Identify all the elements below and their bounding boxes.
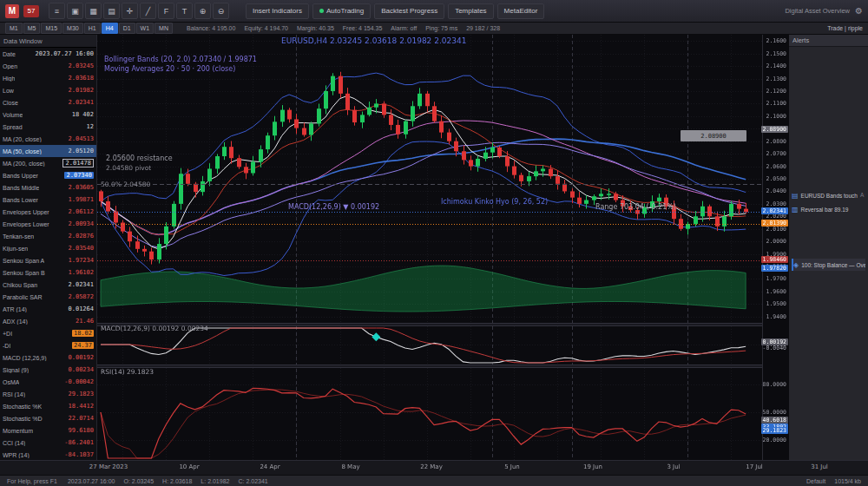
data-window-row[interactable]: MA (200, close)2.01478 (0, 157, 96, 169)
row-label: Envelopes Upper (3, 209, 49, 215)
chart-window-icon[interactable]: ▦ (85, 3, 102, 19)
row-label: Bands Lower (3, 197, 38, 203)
data-window-row[interactable]: Open2.03245 (0, 60, 96, 72)
timeframe-h1[interactable]: H1 (84, 23, 101, 34)
profile-button[interactable]: Default (806, 478, 825, 484)
data-window-row[interactable]: Tenkan-sen2.02876 (0, 230, 96, 242)
menu-icon[interactable]: ≡ (49, 3, 65, 19)
data-window-row[interactable]: Date2023.07.27 16:00 (0, 48, 96, 60)
time-axis: 27 Mar 202310 Apr24 Apr8 May22 May5 Jun1… (0, 460, 868, 475)
templates-button[interactable]: Templates (448, 3, 493, 19)
toolbar-main: M 57 ≡▣▦▤✛╱FT⊕⊖ Insert IndicatorsAutoTra… (0, 0, 868, 23)
chart-canvas[interactable] (97, 35, 762, 460)
row-label: Spread (3, 124, 23, 130)
notification-badge[interactable]: 57 (23, 5, 39, 17)
price-tag: 2.02341 (761, 207, 788, 214)
terminal-panel: Alerts ▤EURUSD Bands touchA ▾▥Reversal b… (788, 35, 868, 460)
data-window-row[interactable]: Low2.01982 (0, 84, 96, 96)
data-window-row[interactable]: CCI (14)-86.2401 (0, 437, 96, 449)
data-window-row[interactable]: Parabolic SAR2.05872 (0, 291, 96, 303)
timeframe-w1[interactable]: W1 (136, 23, 155, 34)
data-window-row[interactable]: High2.03618 (0, 72, 96, 84)
row-label: RSI (14) (3, 391, 25, 397)
text-label-icon[interactable]: T (176, 3, 193, 19)
price-axis-label: 2.0600 (766, 163, 786, 170)
data-window-row[interactable]: Bands Lower1.99871 (0, 194, 96, 206)
zoom-in-icon[interactable]: ⊕ (194, 3, 211, 19)
row-label: OsMA (3, 379, 19, 385)
timeframe-m30[interactable]: M30 (62, 23, 83, 34)
data-window-row[interactable]: ADX (14)21.46 (0, 315, 96, 327)
row-value: 0.00192 (68, 354, 94, 361)
settings-gear-icon[interactable]: ⚙ (855, 6, 863, 16)
trendline-icon[interactable]: ╱ (140, 3, 156, 19)
data-window-row[interactable]: Envelopes Upper2.06112 (0, 206, 96, 218)
overview-icon: ◈ (793, 261, 799, 269)
data-window-row[interactable]: RSI (14)29.1823 (0, 388, 96, 400)
alert-text: Reversal bar 89.19 (801, 207, 849, 213)
data-window-row[interactable]: OsMA-0.00042 (0, 376, 96, 388)
toolbar-text-group: Insert IndicatorsAutoTradingBacktest Pro… (246, 3, 544, 19)
alert-item[interactable]: ▥Reversal bar 89.19 (792, 203, 865, 215)
toolbar-status: M1M5M15M30H1H4D1W1MN Balance: 4 195.00Eq… (0, 23, 868, 35)
data-window-row[interactable]: Stochastic %K18.4412 (0, 400, 96, 412)
data-window-row[interactable]: Kijun-sen2.03540 (0, 242, 96, 254)
profiles-icon[interactable]: ▤ (103, 3, 120, 19)
data-window-row[interactable]: Momentum99.6180 (0, 424, 96, 437)
metaeditor-button[interactable]: MetaEditor (497, 3, 545, 19)
rsi-axis-label: 20.0000 (763, 437, 786, 443)
backtest-progress-button[interactable]: Backtest Progress (374, 3, 444, 19)
data-window-row[interactable]: MA (20, close)2.04513 (0, 133, 96, 145)
data-window-row[interactable]: Bands Middle2.03605 (0, 181, 96, 194)
row-value: 2.03605 (68, 184, 94, 191)
data-window-row[interactable]: ATR (14)0.01264 (0, 303, 96, 315)
row-value: 2.07340 (64, 172, 94, 179)
data-window-row[interactable]: Volume18 402 (0, 108, 96, 121)
status-value-3: L: 2.01982 (201, 478, 229, 484)
row-value: 2.03618 (68, 75, 94, 82)
data-window-row[interactable]: Signal (9)0.00234 (0, 364, 96, 376)
data-window-row[interactable]: Close2.02341 (0, 96, 96, 108)
data-window-row[interactable]: WPR (14)-84.1037 (0, 449, 96, 460)
crosshair-icon[interactable]: ✛ (122, 3, 138, 19)
price-tag: 1.98460 (761, 256, 788, 263)
row-value: 1.99871 (68, 196, 94, 203)
autotrading-status-dot (319, 9, 324, 13)
data-window-row[interactable]: MA (50, close)2.05120 (0, 145, 96, 157)
price-axis-label: 1.9500 (766, 300, 786, 307)
data-window-row[interactable]: MACD (12,26,9)0.00192 (0, 351, 96, 364)
timeframe-m5[interactable]: M5 (23, 23, 41, 34)
timeframe-m1[interactable]: M1 (5, 23, 23, 34)
alert-suffix[interactable]: A ▾ (860, 192, 865, 199)
time-label: 31 Jul (811, 463, 828, 470)
main-area: Data Window Date2023.07.27 16:00Open2.03… (0, 35, 868, 460)
fibonacci-icon[interactable]: F (158, 3, 174, 19)
row-value: 22.0714 (68, 415, 94, 422)
timeframe-mn[interactable]: MN (155, 23, 173, 34)
data-window-row[interactable]: Senkou Span A1.97234 (0, 254, 96, 266)
row-value: 1.96102 (68, 269, 94, 276)
row-value: 2.05120 (68, 148, 94, 154)
timeframe-d1[interactable]: D1 (119, 23, 135, 34)
autotrading-button[interactable]: AutoTrading (312, 3, 371, 19)
new-order-icon[interactable]: ▣ (67, 3, 83, 19)
data-window-row[interactable]: +DI18.02 (0, 327, 96, 339)
alert-item[interactable]: ◈100: Stop Balance — Overview (792, 259, 865, 271)
time-label: 27 Mar 2023 (89, 463, 128, 470)
data-window-row[interactable]: Bands Upper2.07340 (0, 169, 96, 181)
insert-indicators-button[interactable]: Insert Indicators (246, 3, 309, 19)
data-window-row[interactable]: -DI24.37 (0, 339, 96, 351)
trade-panel-label[interactable]: Trade | ripple (827, 25, 863, 31)
data-window-row[interactable]: Envelopes Lower2.00934 (0, 218, 96, 230)
zoom-out-icon[interactable]: ⊖ (213, 3, 229, 19)
data-window-row[interactable]: Chikou Span2.02341 (0, 279, 96, 291)
price-tag: 2.08900 (761, 126, 788, 133)
timeframe-m15[interactable]: M15 (41, 23, 62, 34)
row-label: Low (3, 88, 14, 94)
data-window-row[interactable]: Spread12 (0, 121, 96, 133)
data-window-row[interactable]: Stochastic %D22.0714 (0, 412, 96, 424)
alert-item[interactable]: ▤EURUSD Bands touchA ▾ (792, 189, 865, 201)
data-window-row[interactable]: Senkou Span B1.96102 (0, 266, 96, 279)
timeframe-h4[interactable]: H4 (102, 23, 118, 34)
toolbar-button-label: MetaEditor (504, 7, 538, 15)
